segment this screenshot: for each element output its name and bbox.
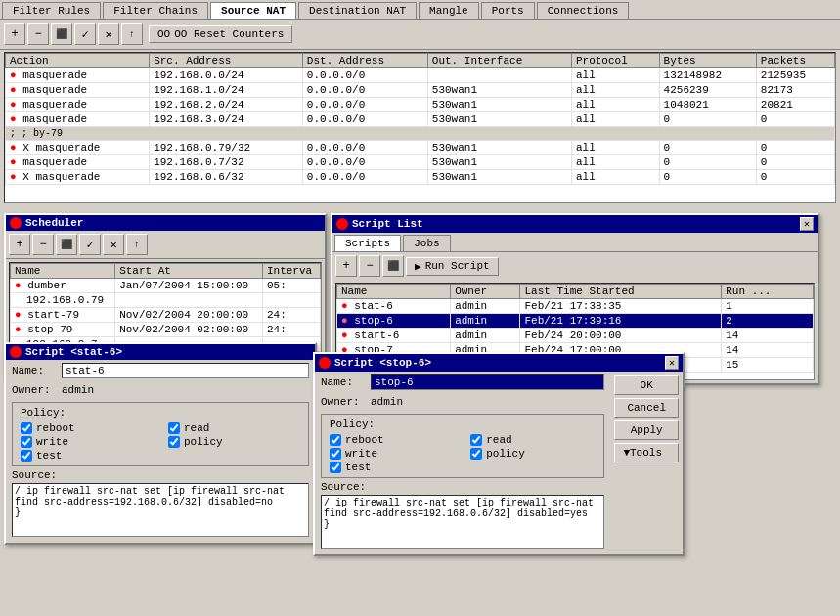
tab-jobs[interactable]: Jobs xyxy=(403,235,450,251)
tab-destination-nat[interactable]: Destination NAT xyxy=(298,2,417,19)
stop6-cb-reboot[interactable]: reboot xyxy=(330,434,455,446)
table-row[interactable]: ● masquerade192.168.1.0/240.0.0.0/0530wa… xyxy=(6,83,835,98)
stop6-cancel-button[interactable]: Cancel xyxy=(614,398,679,418)
reset-counters-label: OO Reset Counters xyxy=(174,28,284,40)
stop6-cb-read[interactable]: read xyxy=(470,434,596,446)
list-item[interactable]: ● start-79Nov/02/2004 20:00:0024: xyxy=(11,308,321,323)
remove-button[interactable]: − xyxy=(27,23,49,45)
tab-filter-rules[interactable]: Filter Rules xyxy=(2,2,101,19)
stat6-policy-title: Policy: xyxy=(21,407,300,418)
scheduler-toolbar: + − ⬛ ✓ ✕ ↑ xyxy=(6,231,325,259)
stat6-source-textarea[interactable]: / ip firewall src-nat set [ip firewall s… xyxy=(12,483,309,537)
stat6-cb-read[interactable]: read xyxy=(168,422,300,434)
table-cell: 0.0.0.0/0 xyxy=(302,155,427,170)
script-col-last: Last Time Started xyxy=(520,285,722,299)
list-item[interactable]: 192.168.0.79 xyxy=(11,293,321,308)
sched-check-btn[interactable]: ✓ xyxy=(79,234,101,255)
table-row[interactable]: ● masquerade192.168.0.7/320.0.0.0/0530wa… xyxy=(6,155,835,170)
stop6-name-input[interactable] xyxy=(371,374,604,390)
table-cell: ● masquerade xyxy=(6,155,150,170)
col-packets: Packets xyxy=(756,54,834,68)
col-out-interface: Out. Interface xyxy=(427,54,571,68)
sched-add-btn[interactable]: + xyxy=(9,234,30,255)
sched-col-name: Name xyxy=(11,264,115,279)
stop6-name-label: Name: xyxy=(321,376,365,388)
stat6-owner-value: admin xyxy=(62,384,94,396)
script-add-btn[interactable]: + xyxy=(335,255,357,277)
stat6-source-label: Source: xyxy=(12,469,309,481)
script-cell: admin xyxy=(451,314,520,329)
stop6-source-textarea[interactable]: / ip firewall src-nat set [ip firewall s… xyxy=(321,495,604,549)
reset-counters-button[interactable]: OO OO Reset Counters xyxy=(149,25,292,43)
list-item[interactable]: ● stat-6adminFeb/21 17:38:351 xyxy=(337,299,814,314)
tab-source-nat[interactable]: Source NAT xyxy=(210,2,296,19)
stop6-tools-button[interactable]: ▼Tools xyxy=(614,443,679,462)
sched-move-btn[interactable]: ↑ xyxy=(126,234,148,255)
tab-ports[interactable]: Ports xyxy=(481,2,535,19)
table-cell: all xyxy=(571,83,659,98)
table-cell: 20821 xyxy=(756,98,834,112)
table-cell: 0.0.0.0/0 xyxy=(302,141,427,155)
list-item[interactable]: ● start-6adminFeb/24 20:00:0014 xyxy=(337,329,814,343)
stat6-cb-policy[interactable]: policy xyxy=(168,436,300,448)
stop6-cb-test[interactable]: test xyxy=(330,462,455,473)
stop6-apply-button[interactable]: Apply xyxy=(614,420,679,440)
main-nat-table-container[interactable]: Action Src. Address Dst. Address Out. In… xyxy=(4,52,836,203)
script-cell: ● stop-6 xyxy=(337,314,451,329)
table-row[interactable]: ● masquerade192.168.2.0/240.0.0.0/0530wa… xyxy=(6,98,835,112)
table-row[interactable]: ● masquerade192.168.0.0/240.0.0.0/0all13… xyxy=(6,68,835,83)
script-list-title: Script List xyxy=(352,218,423,230)
move-button[interactable]: ↑ xyxy=(121,23,143,45)
add-button[interactable]: + xyxy=(4,23,25,45)
sched-col-interval: Interva xyxy=(262,264,320,279)
list-item[interactable]: ● stop-79Nov/02/2004 02:00:0024: xyxy=(11,323,321,337)
script-cell: 1 xyxy=(722,299,814,314)
stop6-close-btn[interactable]: ✕ xyxy=(665,356,679,370)
stat6-cb-reboot[interactable]: reboot xyxy=(21,422,153,434)
script-col-run: Run ... xyxy=(722,285,814,299)
script-copy-btn[interactable]: ⬛ xyxy=(382,255,404,277)
run-icon: ▶ xyxy=(415,260,421,273)
table-cell: ● masquerade xyxy=(6,83,150,98)
sched-copy-btn[interactable]: ⬛ xyxy=(56,234,77,255)
sched-remove-btn[interactable]: − xyxy=(32,234,54,255)
stop6-ok-button[interactable]: OK xyxy=(614,375,679,395)
script-remove-btn[interactable]: − xyxy=(359,255,380,277)
script-cell: 15 xyxy=(722,358,814,373)
stat6-cb-write[interactable]: write xyxy=(21,436,153,448)
table-row[interactable]: ● masquerade192.168.3.0/240.0.0.0/0530wa… xyxy=(6,112,835,127)
table-cell: 0.0.0.0/0 xyxy=(302,112,427,127)
sched-cross-btn[interactable]: ✕ xyxy=(103,234,124,255)
copy-button[interactable]: ⬛ xyxy=(51,23,72,45)
list-item[interactable]: ● dumberJan/07/2004 15:00:0005: xyxy=(11,279,321,293)
script-cell: 14 xyxy=(722,329,814,343)
script-cell: Feb/24 20:00:00 xyxy=(520,329,722,343)
tab-filter-chains[interactable]: Filter Chains xyxy=(103,2,208,19)
table-cell: 530wan1 xyxy=(427,170,571,185)
tab-scripts[interactable]: Scripts xyxy=(334,235,401,251)
table-row[interactable]: ● X masquerade192.168.0.79/320.0.0.0/053… xyxy=(6,141,835,155)
script-cell: 2 xyxy=(722,314,814,329)
check-button[interactable]: ✓ xyxy=(74,23,96,45)
stat6-window: Script <stat-6> Name: Owner: admin Polic… xyxy=(4,342,317,545)
stop6-cb-write[interactable]: write xyxy=(330,448,455,460)
script-list-close-btn[interactable]: ✕ xyxy=(800,217,814,231)
table-row[interactable]: ● X masquerade192.168.0.6/320.0.0.0/0530… xyxy=(6,170,835,185)
sched-cell: Nov/02/2004 20:00:00 xyxy=(115,308,263,323)
stat6-name-input[interactable] xyxy=(62,363,309,378)
table-cell: 530wan1 xyxy=(427,112,571,127)
stop6-cb-policy[interactable]: policy xyxy=(470,448,596,460)
stop6-action-buttons: OK Cancel Apply ▼Tools xyxy=(610,372,683,554)
table-cell: 0 xyxy=(756,112,834,127)
list-item[interactable]: ● stop-6adminFeb/21 17:39:162 xyxy=(337,314,814,329)
tab-connections[interactable]: Connections xyxy=(537,2,630,19)
table-cell: 530wan1 xyxy=(427,83,571,98)
table-row[interactable]: ; ; by-79 xyxy=(6,127,835,141)
table-cell: 2125935 xyxy=(756,68,834,83)
scheduler-titlebar: Scheduler xyxy=(6,215,325,231)
run-script-button[interactable]: ▶ Run Script xyxy=(406,257,499,276)
stop6-policy-title: Policy: xyxy=(330,418,596,430)
tab-mangle[interactable]: Mangle xyxy=(419,2,479,19)
stat6-cb-test[interactable]: test xyxy=(21,450,153,462)
cross-button[interactable]: ✕ xyxy=(98,23,119,45)
